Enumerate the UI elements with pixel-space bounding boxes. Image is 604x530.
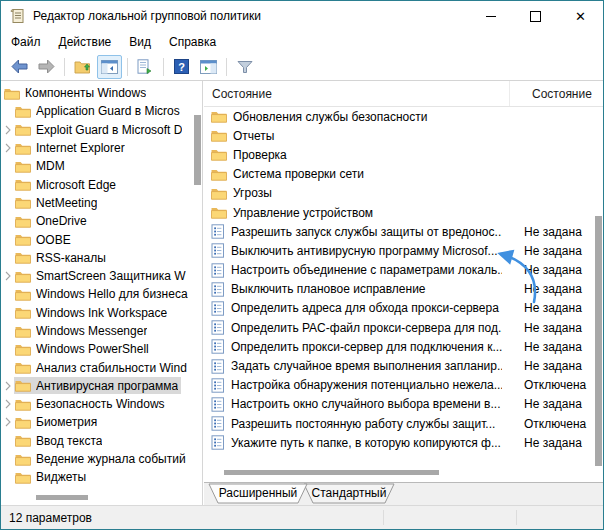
column-header-name[interactable]: Состояние <box>204 87 509 101</box>
show-action-pane-button[interactable] <box>196 55 221 79</box>
policy-state: Не задана <box>502 263 596 277</box>
tree-item-rss[interactable]: RSS-каналы <box>1 249 193 267</box>
show-action-pane-icon <box>200 60 217 74</box>
help-button[interactable]: ? <box>169 55 194 79</box>
menu-file[interactable]: Файл <box>2 32 50 52</box>
minimize-button[interactable] <box>468 1 513 31</box>
policy-setting-icon <box>211 301 225 316</box>
title-bar[interactable]: Редактор локальной групповой политики ✕ <box>1 1 603 31</box>
back-button[interactable] <box>7 55 32 79</box>
tree-item-windows-security[interactable]: Безопасность Windows <box>1 395 193 413</box>
policy-state: Не задана <box>502 359 596 373</box>
tree-item-onedrive[interactable]: OneDrive <box>1 212 193 230</box>
tree-item-microsoft-edge[interactable]: Microsoft Edge <box>1 175 193 193</box>
list-folder-row[interactable]: Система проверки сети <box>204 165 603 184</box>
policy-row[interactable]: Выключить плановое исправлениеНе задана <box>204 280 603 299</box>
toolbar-separator <box>226 58 227 76</box>
tree-item-components-windows[interactable]: Компоненты Windows <box>1 84 193 102</box>
policy-row[interactable]: Разрешить постоянную работу службы защит… <box>204 414 603 433</box>
policy-row[interactable]: Укажите путь к папке, в которую копируют… <box>204 433 603 452</box>
tree-horizontal-scrollbar[interactable] <box>36 495 88 500</box>
filter-button[interactable] <box>232 55 257 79</box>
tree-item-text-input[interactable]: Ввод текста <box>1 432 193 450</box>
policy-setting-icon <box>211 359 225 374</box>
tree-item-smartscreen[interactable]: SmartScreen Защитника W <box>1 267 193 285</box>
policy-row[interactable]: Настроить окно случайного выбора времени… <box>204 395 603 414</box>
tree-item-widgets[interactable]: Виджеты <box>1 468 193 486</box>
policy-state: Не задана <box>502 436 596 450</box>
list-folder-row[interactable]: Управление устройством <box>204 203 603 222</box>
chevron-right-icon[interactable] <box>1 417 14 427</box>
tree-item-exploit-guard[interactable]: Exploit Guard в Microsoft D <box>1 121 193 139</box>
list-vertical-scrollbar[interactable] <box>595 216 602 466</box>
policy-row[interactable]: Настройка обнаружения потенциально нежел… <box>204 376 603 395</box>
tree-item-windows-hello[interactable]: Windows Hello для бизнеса <box>1 285 193 303</box>
forward-icon <box>38 59 55 74</box>
column-header-state[interactable]: Состояние <box>509 81 603 106</box>
export-list-button[interactable] <box>133 55 158 79</box>
close-button[interactable]: ✕ <box>558 1 603 31</box>
list-header: Состояние Состояние <box>204 81 603 107</box>
tab-advanced[interactable]: Расширенный <box>218 486 298 500</box>
tab-standard[interactable]: Стандартный <box>309 486 389 500</box>
forward-button[interactable] <box>34 55 59 79</box>
policy-row[interactable]: Определить адреса для обхода прокси-серв… <box>204 299 603 318</box>
toolbar-separator <box>64 58 65 76</box>
tree-item-netmeeting[interactable]: NetMeeting <box>1 194 193 212</box>
help-icon: ? <box>174 59 189 74</box>
menu-view[interactable]: Вид <box>120 32 160 52</box>
tree-item-biometrics[interactable]: Биометрия <box>1 413 193 431</box>
policy-row[interactable]: Определить PAC-файл прокси-сервера для п… <box>204 318 603 337</box>
folder-icon <box>15 343 31 356</box>
policy-setting-icon <box>211 416 225 431</box>
list-folder-row[interactable]: Проверка <box>204 145 603 164</box>
tree-item-application-guard[interactable]: Application Guard в Micros <box>1 102 193 120</box>
policy-state: Отключена <box>502 417 596 431</box>
chevron-right-icon[interactable] <box>1 399 14 409</box>
up-folder-icon <box>74 59 91 74</box>
policy-row[interactable]: Настроить объединение с параметрами лока… <box>204 261 603 280</box>
folder-icon <box>4 87 20 100</box>
folder-icon <box>15 123 31 136</box>
menu-help[interactable]: Справка <box>160 32 225 52</box>
show-console-tree-button[interactable] <box>97 55 122 79</box>
policy-row[interactable]: Задать случайное время выполнения заплан… <box>204 356 603 375</box>
tree-item-antivirus-program[interactable]: Антивирусная программа <box>1 377 193 395</box>
tree-item-windows-messenger[interactable]: Windows Messenger <box>1 322 193 340</box>
tree-item-reliability-analysis[interactable]: Анализ стабильности Wind <box>1 358 193 376</box>
main-area: Компоненты Windows Application Guard в M… <box>1 80 603 505</box>
status-text: 12 параметров <box>1 511 92 525</box>
list-folder-row[interactable]: Угрозы <box>204 184 603 203</box>
policy-setting-icon <box>211 397 225 412</box>
tree-item-event-logging[interactable]: Ведение журнала событий <box>1 450 193 468</box>
status-bar: 12 параметров <box>1 505 603 529</box>
tree-item-partial[interactable]: В <box>1 487 193 489</box>
tree-vertical-scrollbar[interactable] <box>194 115 201 185</box>
tree-item-mdm[interactable]: MDM <box>1 157 193 175</box>
policy-state: Не задана <box>502 397 596 411</box>
list-folder-row[interactable]: Отчеты <box>204 126 603 145</box>
maximize-button[interactable] <box>513 1 558 31</box>
chevron-right-icon[interactable] <box>1 271 14 281</box>
list-folder-row[interactable]: Обновления службы безопасности <box>204 107 603 126</box>
chevron-right-icon[interactable] <box>1 381 14 391</box>
chevron-right-icon[interactable] <box>1 143 14 153</box>
menu-action[interactable]: Действие <box>50 32 121 52</box>
folder-icon <box>15 233 31 246</box>
policy-row[interactable]: Определить прокси-сервер для подключения… <box>204 337 603 356</box>
view-tabs-bar: Расширенный Стандартный <box>204 482 603 505</box>
policy-row[interactable]: Разрешить запуск службы защиты от вредон… <box>204 222 603 241</box>
tree-item-windows-powershell[interactable]: Windows PowerShell <box>1 340 193 358</box>
policy-state: Не задана <box>502 244 596 258</box>
policy-state: Не задана <box>502 282 596 296</box>
policy-setting-icon <box>211 224 225 239</box>
chevron-right-icon[interactable] <box>1 125 14 135</box>
tree-item-windows-ink[interactable]: Windows Ink Workspace <box>1 304 193 322</box>
up-folder-button[interactable] <box>70 55 95 79</box>
policy-row[interactable]: Выключить антивирусную программу Microso… <box>204 241 603 260</box>
policy-setting-icon <box>211 320 225 335</box>
tree: Компоненты Windows Application Guard в M… <box>1 84 193 489</box>
tree-item-internet-explorer[interactable]: Internet Explorer <box>1 139 193 157</box>
list-horizontal-scrollbar[interactable] <box>224 470 439 475</box>
tree-item-oobe[interactable]: OOBE <box>1 230 193 248</box>
